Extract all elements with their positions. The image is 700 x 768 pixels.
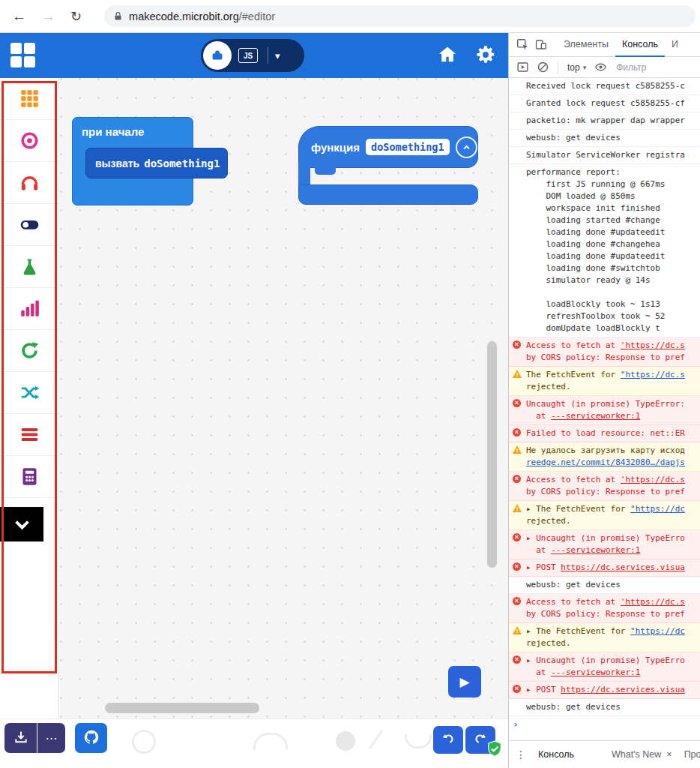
log-spacer <box>513 150 525 160</box>
console-sidebar-icon[interactable] <box>513 58 531 76</box>
console-message[interactable]: Failed to load resource: net::ER <box>509 425 700 442</box>
block-function-define[interactable]: функция doSomething1 <box>298 126 478 168</box>
vertical-scrollbar[interactable] <box>487 341 497 568</box>
console-message[interactable]: performance report: first JS running @ 6… <box>509 164 700 338</box>
toolbox-item-advanced[interactable] <box>0 507 43 542</box>
toolbox-item-led[interactable] <box>0 204 58 246</box>
console-message[interactable]: Received lock request c5858255-c <box>509 78 700 95</box>
context-label: top <box>567 62 580 73</box>
console-message[interactable]: The FetchEvent for "https://dc.srejected… <box>509 367 700 396</box>
toolbox-item-variables[interactable] <box>0 414 58 456</box>
forward-icon[interactable]: → <box>41 9 55 23</box>
drawer-tab-problems[interactable]: Пробл <box>678 749 700 760</box>
toolbar-divider <box>558 62 558 74</box>
error-icon <box>513 597 525 607</box>
error-icon <box>513 533 525 543</box>
console-link[interactable]: reedge.net/commit/8432080…/dapjs <box>526 458 685 467</box>
error-icon <box>513 475 525 484</box>
undo-button[interactable] <box>433 726 463 754</box>
console-message[interactable]: ▸ POST https://dc.services.visua <box>509 560 700 577</box>
context-selector[interactable]: top ▾ <box>564 62 589 73</box>
function-name-field[interactable]: doSomething1 <box>366 139 450 155</box>
undo-icon <box>441 732 455 746</box>
eye-icon[interactable] <box>591 58 609 76</box>
console-filter-input[interactable] <box>615 62 681 74</box>
console-message[interactable]: ▸ The FetchEvent for "https://dcrejected… <box>509 623 700 652</box>
console-link[interactable]: https://dc.services.visua <box>561 685 685 694</box>
console-message[interactable]: Access to fetch at 'https://dc.sby CORS … <box>509 472 700 501</box>
toolbox-item-logic[interactable] <box>0 372 58 414</box>
console-link[interactable]: ---serviceworker:1 <box>551 411 640 421</box>
toolbox-item-data[interactable] <box>0 288 58 330</box>
function-keyword: функция <box>311 141 360 154</box>
simulator-ghost-shape <box>369 730 384 749</box>
toolbox-item-math[interactable] <box>0 456 58 498</box>
js-toggle-icon[interactable]: JS <box>238 48 258 63</box>
console-message[interactable]: Access to fetch at 'https://dc.sby CORS … <box>509 594 700 623</box>
console-message[interactable]: packetio: mk wrapper dap wrapper <box>509 112 700 130</box>
console-message[interactable]: Access to fetch at 'https://dc.sby CORS … <box>509 338 700 367</box>
toolbox-item-science[interactable] <box>0 246 58 288</box>
back-icon[interactable]: ← <box>12 9 26 23</box>
github-button[interactable] <box>75 723 107 753</box>
console-message[interactable]: webusb: get devices <box>509 577 700 594</box>
toolbox-item-loops[interactable] <box>0 330 58 372</box>
toolbox-item-input[interactable] <box>0 120 58 162</box>
settings-gear-icon[interactable] <box>475 44 496 65</box>
close-icon[interactable]: × <box>666 749 672 760</box>
console-message[interactable]: Не удалось загрузить карту исходreedge.n… <box>509 442 700 472</box>
clear-console-icon[interactable] <box>534 58 552 76</box>
inspect-element-icon[interactable] <box>513 36 531 54</box>
run-button[interactable]: ▶ <box>448 666 481 698</box>
console-message[interactable]: ▸ The FetchEvent for "https://dcrejected… <box>509 501 700 530</box>
horizontal-scrollbar[interactable] <box>105 703 259 713</box>
reload-icon[interactable]: ↻ <box>70 10 82 23</box>
console-link[interactable]: "https://dc <box>630 626 685 636</box>
console-message[interactable]: Uncaught (in promise) TypeError: at ---s… <box>509 396 700 425</box>
toolbox-item-music[interactable] <box>0 162 58 204</box>
devtools-panel: Элементы Консоль И top ▾ Received lock r… <box>508 33 700 768</box>
toolbox-item-basic[interactable] <box>0 78 58 120</box>
address-bar[interactable]: makecode.microbit.org/#editor <box>104 5 696 27</box>
console-message[interactable]: ▸ Uncaught (in promise) TypeErro at ---s… <box>509 652 700 682</box>
language-toggle[interactable]: JS ▾ <box>201 39 304 72</box>
console-message[interactable]: webusb: get devices <box>509 699 700 716</box>
console-message[interactable]: ▸ Uncaught (in promise) TypeErro at ---s… <box>509 530 700 560</box>
drawer-menu-icon[interactable]: ⋮ <box>516 748 526 760</box>
more-options-button[interactable]: ⋯ <box>37 723 65 753</box>
console-message[interactable]: webusb: get devices <box>509 130 700 147</box>
download-button[interactable] <box>4 723 37 753</box>
tab-console[interactable]: Консоль <box>615 33 665 57</box>
blocks-toggle-icon[interactable] <box>203 41 232 70</box>
toggle-dropdown-icon[interactable]: ▾ <box>275 50 280 62</box>
home-icon[interactable] <box>437 44 458 65</box>
console-link[interactable]: 'https://dc.s <box>621 475 685 484</box>
log-spacer <box>513 98 525 108</box>
collapse-block-icon[interactable] <box>456 136 477 158</box>
console-link[interactable]: ---serviceworker:1 <box>551 545 640 555</box>
lock-icon <box>113 11 123 21</box>
block-function-notch <box>315 166 336 175</box>
console-link[interactable]: https://dc.services.visua <box>561 562 685 572</box>
console-message[interactable]: Granted lock request c5858255-cf <box>509 95 700 112</box>
refresh-icon <box>19 340 40 361</box>
console-message[interactable]: Simulator ServiceWorker registra <box>509 147 700 164</box>
console-link[interactable]: "https://dc <box>630 504 685 514</box>
chevron-down-icon <box>12 514 32 535</box>
console-message[interactable]: ▸ POST https://dc.services.visua <box>509 682 700 699</box>
block-call-function[interactable]: вызвать doSomething1 <box>85 148 228 178</box>
drawer-tab-console[interactable]: Консоль <box>532 749 580 760</box>
circle-dot-icon <box>19 130 40 151</box>
github-icon <box>83 729 100 746</box>
tab-elements[interactable]: Элементы <box>557 33 615 57</box>
console-message[interactable]: › <box>509 716 700 733</box>
device-toolbar-icon[interactable] <box>531 36 549 54</box>
console-link[interactable]: 'https://dc.s <box>621 340 685 350</box>
console-link[interactable]: 'https://dc.s <box>621 597 685 607</box>
console-link[interactable]: ---serviceworker:1 <box>551 668 640 677</box>
console-link[interactable]: "https://dc.s <box>621 370 685 380</box>
workspace-canvas[interactable]: при начале вызвать doSomething1 функция … <box>60 78 508 718</box>
makecode-logo-icon[interactable] <box>10 43 35 68</box>
tab-sources[interactable]: И <box>665 33 685 57</box>
drawer-tab-whats-new[interactable]: What's New × <box>606 749 678 760</box>
